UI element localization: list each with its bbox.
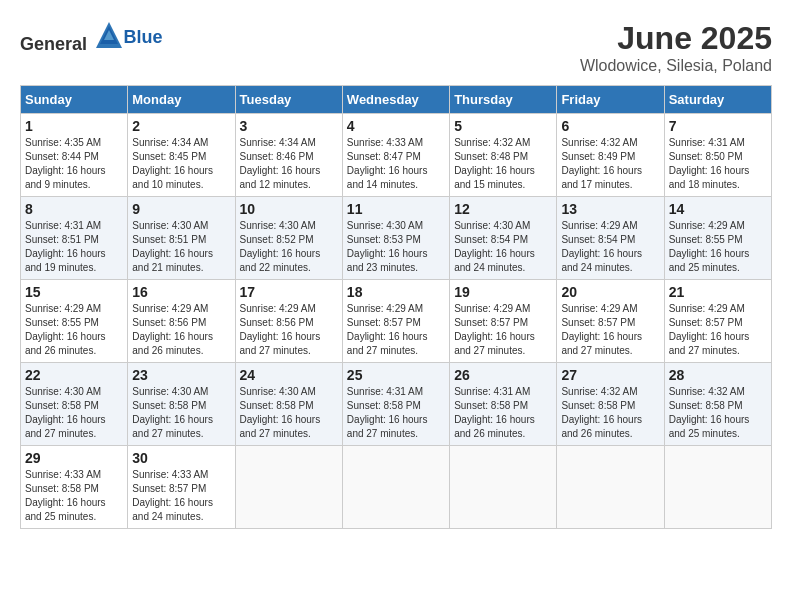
title-area: June 2025 Wlodowice, Silesia, Poland: [580, 20, 772, 75]
day-info: Sunrise: 4:29 AM Sunset: 8:57 PM Dayligh…: [669, 302, 767, 358]
calendar-cell: [664, 446, 771, 529]
calendar-week-row: 15Sunrise: 4:29 AM Sunset: 8:55 PM Dayli…: [21, 280, 772, 363]
day-number: 1: [25, 118, 123, 134]
day-number: 27: [561, 367, 659, 383]
calendar-cell: 2Sunrise: 4:34 AM Sunset: 8:45 PM Daylig…: [128, 114, 235, 197]
calendar-cell: 21Sunrise: 4:29 AM Sunset: 8:57 PM Dayli…: [664, 280, 771, 363]
logo-general: General: [20, 34, 87, 54]
calendar-cell: 8Sunrise: 4:31 AM Sunset: 8:51 PM Daylig…: [21, 197, 128, 280]
day-number: 2: [132, 118, 230, 134]
calendar-week-row: 1Sunrise: 4:35 AM Sunset: 8:44 PM Daylig…: [21, 114, 772, 197]
day-number: 25: [347, 367, 445, 383]
day-number: 14: [669, 201, 767, 217]
calendar-cell: 13Sunrise: 4:29 AM Sunset: 8:54 PM Dayli…: [557, 197, 664, 280]
calendar-cell: 15Sunrise: 4:29 AM Sunset: 8:55 PM Dayli…: [21, 280, 128, 363]
calendar-week-row: 8Sunrise: 4:31 AM Sunset: 8:51 PM Daylig…: [21, 197, 772, 280]
day-info: Sunrise: 4:32 AM Sunset: 8:58 PM Dayligh…: [561, 385, 659, 441]
calendar-cell: 1Sunrise: 4:35 AM Sunset: 8:44 PM Daylig…: [21, 114, 128, 197]
day-info: Sunrise: 4:32 AM Sunset: 8:58 PM Dayligh…: [669, 385, 767, 441]
header-monday: Monday: [128, 86, 235, 114]
calendar-cell: 23Sunrise: 4:30 AM Sunset: 8:58 PM Dayli…: [128, 363, 235, 446]
day-info: Sunrise: 4:31 AM Sunset: 8:58 PM Dayligh…: [347, 385, 445, 441]
calendar-cell: 6Sunrise: 4:32 AM Sunset: 8:49 PM Daylig…: [557, 114, 664, 197]
calendar-cell: 4Sunrise: 4:33 AM Sunset: 8:47 PM Daylig…: [342, 114, 449, 197]
day-info: Sunrise: 4:29 AM Sunset: 8:57 PM Dayligh…: [561, 302, 659, 358]
calendar-cell: 7Sunrise: 4:31 AM Sunset: 8:50 PM Daylig…: [664, 114, 771, 197]
day-info: Sunrise: 4:29 AM Sunset: 8:57 PM Dayligh…: [347, 302, 445, 358]
calendar-cell: [450, 446, 557, 529]
day-number: 29: [25, 450, 123, 466]
day-number: 19: [454, 284, 552, 300]
day-number: 11: [347, 201, 445, 217]
day-info: Sunrise: 4:31 AM Sunset: 8:58 PM Dayligh…: [454, 385, 552, 441]
day-info: Sunrise: 4:31 AM Sunset: 8:51 PM Dayligh…: [25, 219, 123, 275]
day-number: 16: [132, 284, 230, 300]
logo: General Blue: [20, 20, 163, 55]
calendar-cell: 17Sunrise: 4:29 AM Sunset: 8:56 PM Dayli…: [235, 280, 342, 363]
day-info: Sunrise: 4:34 AM Sunset: 8:45 PM Dayligh…: [132, 136, 230, 192]
day-info: Sunrise: 4:33 AM Sunset: 8:47 PM Dayligh…: [347, 136, 445, 192]
day-number: 24: [240, 367, 338, 383]
logo-blue: Blue: [124, 27, 163, 48]
day-number: 9: [132, 201, 230, 217]
day-number: 17: [240, 284, 338, 300]
header-sunday: Sunday: [21, 86, 128, 114]
day-info: Sunrise: 4:29 AM Sunset: 8:55 PM Dayligh…: [669, 219, 767, 275]
calendar-week-row: 29Sunrise: 4:33 AM Sunset: 8:58 PM Dayli…: [21, 446, 772, 529]
day-number: 4: [347, 118, 445, 134]
calendar-cell: [342, 446, 449, 529]
calendar-cell: 18Sunrise: 4:29 AM Sunset: 8:57 PM Dayli…: [342, 280, 449, 363]
calendar-cell: 30Sunrise: 4:33 AM Sunset: 8:57 PM Dayli…: [128, 446, 235, 529]
day-number: 21: [669, 284, 767, 300]
day-number: 13: [561, 201, 659, 217]
day-info: Sunrise: 4:30 AM Sunset: 8:58 PM Dayligh…: [25, 385, 123, 441]
day-info: Sunrise: 4:35 AM Sunset: 8:44 PM Dayligh…: [25, 136, 123, 192]
calendar-cell: 29Sunrise: 4:33 AM Sunset: 8:58 PM Dayli…: [21, 446, 128, 529]
day-info: Sunrise: 4:31 AM Sunset: 8:50 PM Dayligh…: [669, 136, 767, 192]
day-info: Sunrise: 4:30 AM Sunset: 8:53 PM Dayligh…: [347, 219, 445, 275]
day-info: Sunrise: 4:29 AM Sunset: 8:55 PM Dayligh…: [25, 302, 123, 358]
day-info: Sunrise: 4:33 AM Sunset: 8:58 PM Dayligh…: [25, 468, 123, 524]
day-info: Sunrise: 4:29 AM Sunset: 8:54 PM Dayligh…: [561, 219, 659, 275]
calendar-table: SundayMondayTuesdayWednesdayThursdayFrid…: [20, 85, 772, 529]
day-info: Sunrise: 4:29 AM Sunset: 8:57 PM Dayligh…: [454, 302, 552, 358]
day-info: Sunrise: 4:29 AM Sunset: 8:56 PM Dayligh…: [240, 302, 338, 358]
day-number: 15: [25, 284, 123, 300]
calendar-cell: 27Sunrise: 4:32 AM Sunset: 8:58 PM Dayli…: [557, 363, 664, 446]
calendar-cell: 26Sunrise: 4:31 AM Sunset: 8:58 PM Dayli…: [450, 363, 557, 446]
header-tuesday: Tuesday: [235, 86, 342, 114]
calendar-cell: 16Sunrise: 4:29 AM Sunset: 8:56 PM Dayli…: [128, 280, 235, 363]
month-title: June 2025: [580, 20, 772, 57]
day-number: 8: [25, 201, 123, 217]
header: General Blue June 2025 Wlodowice, Silesi…: [20, 20, 772, 75]
day-info: Sunrise: 4:33 AM Sunset: 8:57 PM Dayligh…: [132, 468, 230, 524]
calendar-cell: 28Sunrise: 4:32 AM Sunset: 8:58 PM Dayli…: [664, 363, 771, 446]
calendar-cell: [557, 446, 664, 529]
day-number: 12: [454, 201, 552, 217]
calendar-cell: 12Sunrise: 4:30 AM Sunset: 8:54 PM Dayli…: [450, 197, 557, 280]
day-info: Sunrise: 4:32 AM Sunset: 8:49 PM Dayligh…: [561, 136, 659, 192]
calendar-cell: [235, 446, 342, 529]
calendar-cell: 9Sunrise: 4:30 AM Sunset: 8:51 PM Daylig…: [128, 197, 235, 280]
day-info: Sunrise: 4:30 AM Sunset: 8:58 PM Dayligh…: [132, 385, 230, 441]
day-number: 10: [240, 201, 338, 217]
day-info: Sunrise: 4:32 AM Sunset: 8:48 PM Dayligh…: [454, 136, 552, 192]
header-friday: Friday: [557, 86, 664, 114]
calendar-cell: 25Sunrise: 4:31 AM Sunset: 8:58 PM Dayli…: [342, 363, 449, 446]
calendar-body: 1Sunrise: 4:35 AM Sunset: 8:44 PM Daylig…: [21, 114, 772, 529]
calendar-cell: 19Sunrise: 4:29 AM Sunset: 8:57 PM Dayli…: [450, 280, 557, 363]
day-info: Sunrise: 4:34 AM Sunset: 8:46 PM Dayligh…: [240, 136, 338, 192]
day-number: 23: [132, 367, 230, 383]
day-number: 5: [454, 118, 552, 134]
day-info: Sunrise: 4:29 AM Sunset: 8:56 PM Dayligh…: [132, 302, 230, 358]
location-title: Wlodowice, Silesia, Poland: [580, 57, 772, 75]
logo-icon: [94, 20, 124, 50]
day-number: 30: [132, 450, 230, 466]
day-info: Sunrise: 4:30 AM Sunset: 8:58 PM Dayligh…: [240, 385, 338, 441]
day-number: 28: [669, 367, 767, 383]
day-info: Sunrise: 4:30 AM Sunset: 8:52 PM Dayligh…: [240, 219, 338, 275]
calendar-cell: 3Sunrise: 4:34 AM Sunset: 8:46 PM Daylig…: [235, 114, 342, 197]
header-thursday: Thursday: [450, 86, 557, 114]
calendar-cell: 24Sunrise: 4:30 AM Sunset: 8:58 PM Dayli…: [235, 363, 342, 446]
calendar-cell: 5Sunrise: 4:32 AM Sunset: 8:48 PM Daylig…: [450, 114, 557, 197]
